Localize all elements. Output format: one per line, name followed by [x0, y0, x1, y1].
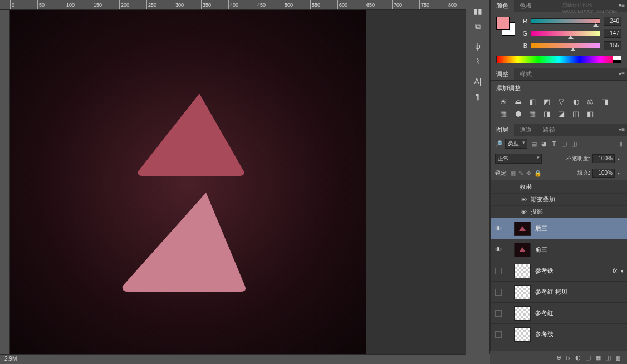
color-slider-track[interactable]	[531, 18, 600, 24]
layer-toolbar-icon[interactable]: fx	[566, 355, 571, 361]
tab-channels[interactable]: 通道	[514, 124, 537, 136]
layer-filter-icon[interactable]: T	[550, 139, 559, 148]
layer-name-label[interactable]: 参考红 拷贝	[533, 288, 627, 296]
layer-visibility-icon[interactable]	[495, 331, 502, 338]
panel-navigator-icon[interactable]: ⧉	[470, 19, 486, 33]
lock-all-icon[interactable]: 🔒	[534, 170, 542, 177]
layer-thumbnail[interactable]	[514, 285, 531, 299]
layer-list[interactable]: 效果👁渐变叠加👁投影👁 后三👁 前三 参考铁fx▾ 参考红 拷贝 参考红 参考线	[491, 180, 627, 364]
color-slider-track[interactable]	[531, 43, 600, 48]
ruler-vertical[interactable]	[0, 10, 10, 354]
layer-row[interactable]: 参考线	[491, 324, 627, 345]
layer-visibility-icon[interactable]: 👁	[495, 245, 502, 254]
layer-name-label[interactable]: 前三	[533, 245, 627, 254]
adjustment-icon[interactable]: ◨	[600, 97, 610, 106]
layer-toolbar-icon[interactable]: ⊕	[556, 354, 561, 361]
shape-triangle-back[interactable]	[121, 88, 255, 177]
layer-visibility-icon[interactable]	[495, 289, 502, 296]
adjustment-icon[interactable]: ◪	[556, 109, 566, 118]
layer-filter-icon[interactable]: ◕	[540, 139, 548, 148]
adjustment-icon[interactable]: ▦	[498, 109, 508, 118]
ruler-horizontal[interactable]: 0501001502002503003504004505005506006507…	[0, 0, 466, 10]
lock-move-icon[interactable]: ✥	[526, 170, 531, 177]
shape-triangle-front[interactable]	[111, 188, 256, 294]
lock-paint-icon[interactable]: ✎	[518, 170, 523, 177]
layer-filter-icon[interactable]: ▤	[530, 139, 538, 148]
lock-pixels-icon[interactable]: ▦	[510, 170, 516, 177]
document-canvas[interactable]	[10, 10, 366, 354]
adjustments-panel-menu-icon[interactable]: ▾≡	[619, 71, 625, 77]
layer-effects-header[interactable]: 效果	[491, 180, 627, 194]
adjustment-icon[interactable]: ▦	[527, 109, 537, 118]
adjustment-icon[interactable]: ◧	[527, 97, 537, 106]
layer-name-label[interactable]: 后三	[533, 224, 627, 233]
layer-visibility-icon[interactable]: 👁	[495, 224, 502, 233]
adjustment-icon[interactable]: ◩	[542, 97, 552, 106]
filter-toggle-icon[interactable]: ▮	[619, 140, 623, 147]
layer-toolbar-icon[interactable]: 🗑	[615, 355, 621, 361]
tab-layers[interactable]: 图层	[491, 124, 514, 136]
layer-thumbnail[interactable]	[514, 243, 531, 257]
fill-input[interactable]: 100%	[592, 169, 615, 178]
layer-effect-item[interactable]: 👁渐变叠加	[491, 194, 627, 206]
tab-styles[interactable]: 样式	[514, 68, 537, 80]
tab-swatches[interactable]: 色板	[514, 0, 537, 12]
adjustment-icon[interactable]: ▽	[556, 97, 566, 106]
tab-color[interactable]: 颜色	[491, 0, 514, 12]
panel-character-icon[interactable]: A|	[470, 75, 486, 88]
layer-visibility-icon[interactable]	[495, 310, 502, 317]
layer-name-label[interactable]: 参考线	[533, 330, 627, 338]
layer-name-label[interactable]: 参考红	[533, 309, 627, 317]
blend-mode-dropdown[interactable]: 正常	[495, 154, 542, 164]
tab-adjustments[interactable]: 调整	[491, 68, 514, 80]
adjustment-icon[interactable]: ◫	[571, 109, 581, 118]
layer-filter-dropdown[interactable]: 类型	[505, 139, 527, 149]
adjustment-icon[interactable]: ⬢	[513, 109, 523, 118]
adjustment-icon[interactable]: ⚖	[585, 97, 595, 106]
layer-thumbnail[interactable]	[514, 222, 531, 236]
color-swatch-pair[interactable]	[496, 17, 515, 36]
layer-row[interactable]: 参考铁fx▾	[491, 260, 627, 282]
adjustment-icon[interactable]: ⛰	[513, 97, 523, 106]
layer-toolbar-icon[interactable]: ◐	[575, 354, 581, 361]
panel-histogram-icon[interactable]: ▮▮	[470, 4, 486, 18]
panel-brushpresets-icon[interactable]: ⌇	[470, 55, 486, 68]
adjustment-icon[interactable]: ◐	[571, 97, 581, 106]
layers-panel-menu-icon[interactable]: ▾≡	[619, 126, 625, 132]
adjustment-icon[interactable]: ◨	[542, 109, 552, 118]
layer-thumbnail[interactable]	[514, 264, 531, 278]
effect-visibility-icon[interactable]: 👁	[520, 209, 527, 215]
layer-thumbnail[interactable]	[514, 306, 531, 321]
layer-effect-item[interactable]: 👁投影	[491, 206, 627, 218]
layer-fx-badge[interactable]: fx	[613, 268, 617, 274]
layer-filter-icon[interactable]: ▢	[560, 139, 569, 148]
layer-visibility-icon[interactable]	[495, 268, 502, 274]
adjustment-icon[interactable]: ☀	[498, 97, 508, 106]
opacity-input[interactable]: 100%	[592, 154, 615, 163]
tab-paths[interactable]: 路径	[537, 124, 561, 136]
layer-row[interactable]: 参考红 拷贝	[491, 282, 627, 303]
layer-toolbar-icon[interactable]: ▦	[595, 354, 601, 361]
color-value-input[interactable]: 147	[604, 29, 621, 38]
channel-label: B	[520, 42, 527, 49]
adjustment-icon[interactable]: ◧	[585, 109, 595, 118]
layer-row[interactable]: 👁 后三	[491, 218, 627, 239]
color-slider-track[interactable]	[531, 31, 600, 36]
color-slider-row: G 147	[520, 29, 621, 38]
layer-row[interactable]: 参考红	[491, 303, 627, 324]
color-spectrum-bar[interactable]	[496, 56, 621, 63]
panel-paragraph-icon[interactable]: ¶	[470, 90, 486, 103]
layer-toolbar-icon[interactable]: ◫	[605, 354, 611, 361]
canvas-area[interactable]	[10, 10, 466, 354]
layer-row[interactable]: 👁 前三	[491, 239, 627, 260]
effect-visibility-icon[interactable]: 👁	[520, 196, 527, 203]
panel-brush-icon[interactable]: ψ	[470, 40, 486, 53]
color-value-input[interactable]: 155	[604, 41, 621, 50]
layer-thumbnail[interactable]	[514, 327, 531, 342]
chevron-down-icon[interactable]: ▾	[621, 268, 624, 274]
layer-toolbar-icon[interactable]: ▢	[585, 354, 591, 361]
foreground-color-swatch[interactable]	[496, 17, 510, 30]
status-zoom: 2.9M	[4, 356, 17, 362]
layer-filter-icon[interactable]: ◫	[570, 139, 579, 148]
color-value-input[interactable]: 240	[604, 17, 621, 26]
